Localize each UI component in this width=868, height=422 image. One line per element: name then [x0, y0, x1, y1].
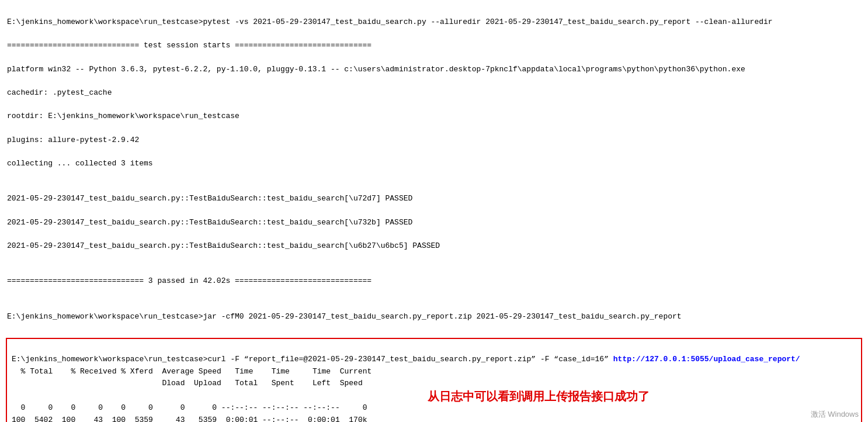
curl-line-1: E:\jenkins_homework\workspace\run_testca…: [12, 355, 800, 364]
terminal-line-6: plugins: allure-pytest-2.9.42: [7, 134, 861, 146]
terminal-line-13: ============================== 3 passed …: [7, 275, 861, 287]
terminal-line-10: 2021-05-29-230147_test_baidu_search.py::…: [7, 217, 861, 229]
terminal-line-1: E:\jenkins_homework\workspace\run_testca…: [7, 16, 861, 28]
success-annotation: 从日志中可以看到调用上传报告接口成功了: [428, 387, 650, 406]
curl-output-box: E:\jenkins_homework\workspace\run_testca…: [6, 338, 862, 422]
curl-line-3: Dload Upload Total Spent Left Speed: [12, 379, 363, 388]
terminal-line-3: platform win32 -- Python 3.6.3, pytest-6…: [7, 64, 861, 75]
curl-line-5: 0 0 0 0 0 0 0 0 --:--:-- --:--:-- --:--:…: [12, 403, 367, 412]
terminal-line-11: 2021-05-29-230147_test_baidu_search.py::…: [7, 240, 861, 252]
windows-activation-label: 激活 Windows: [801, 407, 868, 422]
terminal-line-15: E:\jenkins_homework\workspace\run_testca…: [7, 311, 861, 323]
terminal-line-5: rootdir: E:\jenkins_homework\workspace\r…: [7, 110, 861, 122]
terminal-line-2: ============================= test sessi…: [7, 40, 861, 51]
curl-line-2: % Total % Received % Xferd Average Speed…: [12, 367, 371, 376]
curl-link: http://127.0.0.1:5055/upload_case_report…: [613, 355, 800, 364]
curl-line-6: 100 5402 100 43 100 5359 43 5359 0:00:01…: [12, 416, 367, 422]
terminal-line-7: collecting ... collected 3 items: [7, 158, 861, 170]
curl-line-1-pre: E:\jenkins_homework\workspace\run_testca…: [12, 355, 613, 364]
terminal-line-4: cachedir: .pytest_cache: [7, 87, 861, 99]
terminal-output: E:\jenkins_homework\workspace\run_testca…: [0, 0, 868, 334]
terminal-line-9: 2021-05-29-230147_test_baidu_search.py::…: [7, 193, 861, 205]
